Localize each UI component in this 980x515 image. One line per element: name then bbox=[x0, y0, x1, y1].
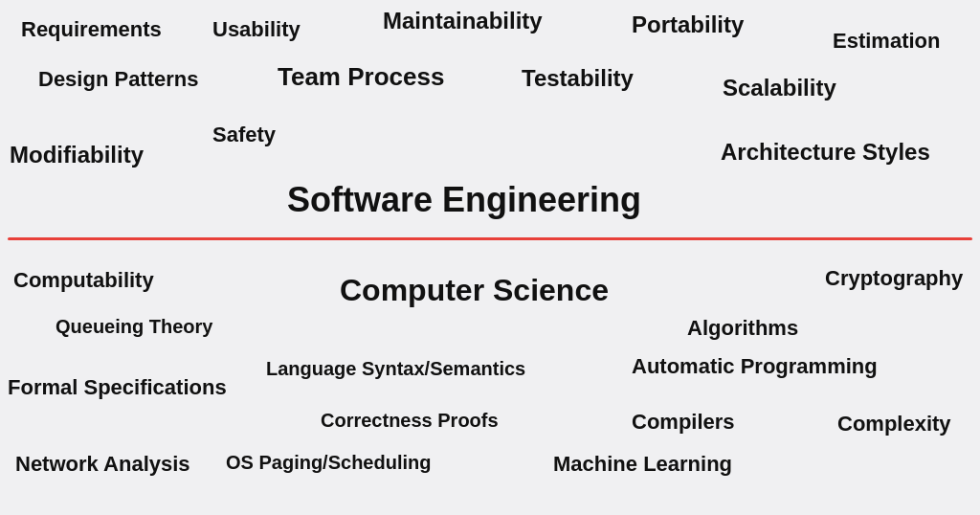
word-compilers: Compilers bbox=[632, 410, 735, 435]
word-automatic-programming: Automatic Programming bbox=[632, 354, 878, 379]
word-computability: Computability bbox=[13, 268, 154, 293]
word-correctness-proofs: Correctness Proofs bbox=[321, 410, 499, 432]
word-estimation: Estimation bbox=[833, 29, 940, 54]
section-divider bbox=[8, 237, 972, 240]
word-team-process: Team Process bbox=[278, 62, 444, 92]
word-formal-specifications: Formal Specifications bbox=[8, 375, 227, 400]
word-usability: Usability bbox=[212, 17, 301, 42]
word-algorithms: Algorithms bbox=[687, 316, 798, 341]
word-os-paging: OS Paging/Scheduling bbox=[226, 452, 431, 474]
word-portability: Portability bbox=[632, 11, 744, 38]
computer-science-title: Computer Science bbox=[340, 273, 609, 308]
word-architecture-styles: Architecture Styles bbox=[721, 139, 930, 166]
word-testability: Testability bbox=[522, 65, 634, 92]
software-engineering-title: Software Engineering bbox=[287, 180, 641, 220]
word-design-patterns: Design Patterns bbox=[38, 67, 199, 92]
word-machine-learning: Machine Learning bbox=[553, 452, 732, 477]
word-maintainability: Maintainability bbox=[383, 8, 543, 34]
word-network-analysis: Network Analysis bbox=[15, 452, 190, 477]
word-safety: Safety bbox=[212, 123, 276, 147]
word-scalability: Scalability bbox=[723, 75, 836, 101]
word-requirements: Requirements bbox=[21, 17, 162, 42]
word-complexity: Complexity bbox=[837, 412, 951, 437]
word-queueing-theory: Queueing Theory bbox=[56, 316, 212, 338]
word-language-syntax: Language Syntax/Semantics bbox=[266, 358, 525, 380]
word-modifiability: Modifiability bbox=[10, 142, 144, 168]
word-cryptography: Cryptography bbox=[825, 266, 963, 291]
